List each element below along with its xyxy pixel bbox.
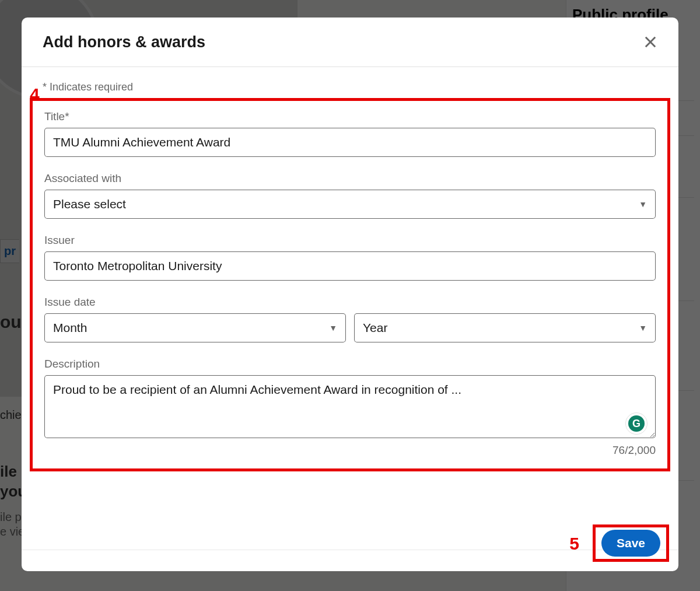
issuer-label: Issuer bbox=[44, 234, 656, 247]
add-honors-modal: Add honors & awards 4 * Indicates requir… bbox=[22, 18, 678, 571]
modal-footer: 5 Save bbox=[22, 550, 678, 571]
issue-date-field-group: Issue date Month ▼ Year ▼ bbox=[44, 296, 656, 342]
year-value: Year bbox=[363, 321, 387, 335]
associated-field-group: Associated with Please select ▼ bbox=[44, 172, 656, 219]
associated-select[interactable]: Please select ▼ bbox=[44, 190, 656, 219]
close-icon bbox=[642, 34, 659, 50]
grammarly-logo: G bbox=[628, 415, 645, 432]
chevron-down-icon: ▼ bbox=[329, 323, 337, 333]
required-indicator: * Indicates required bbox=[43, 81, 657, 93]
title-field-group: Title* bbox=[44, 110, 656, 157]
character-counter: 76/2,000 bbox=[44, 444, 656, 457]
description-textarea[interactable] bbox=[44, 375, 656, 438]
textarea-wrapper: G bbox=[44, 375, 656, 440]
chevron-down-icon: ▼ bbox=[639, 200, 647, 209]
issuer-field-group: Issuer bbox=[44, 234, 656, 281]
modal-title: Add honors & awards bbox=[43, 33, 205, 51]
close-button[interactable] bbox=[638, 29, 663, 55]
description-label: Description bbox=[44, 358, 656, 370]
annotation-outline-4: Title* Associated with Please select ▼ I… bbox=[30, 98, 670, 471]
description-field-group: Description G 76/2,000 bbox=[44, 358, 656, 457]
issue-date-label: Issue date bbox=[44, 296, 656, 309]
chevron-down-icon: ▼ bbox=[639, 323, 647, 333]
title-input[interactable] bbox=[44, 128, 656, 157]
date-row: Month ▼ Year ▼ bbox=[44, 313, 656, 342]
annotation-step-4: 4 bbox=[30, 85, 40, 104]
grammarly-icon[interactable]: G bbox=[625, 412, 648, 435]
month-select[interactable]: Month ▼ bbox=[44, 313, 346, 342]
year-select[interactable]: Year ▼ bbox=[354, 313, 656, 342]
annotation-outline-5: Save bbox=[593, 524, 669, 562]
associated-value: Please select bbox=[53, 197, 126, 211]
title-label: Title* bbox=[44, 110, 656, 123]
issuer-input[interactable] bbox=[44, 251, 656, 281]
modal-body: 4 * Indicates required Title* Associated… bbox=[22, 67, 678, 550]
annotation-step-5: 5 bbox=[569, 534, 579, 554]
associated-label: Associated with bbox=[44, 172, 656, 185]
modal-header: Add honors & awards bbox=[22, 18, 678, 67]
month-value: Month bbox=[53, 321, 87, 335]
save-button[interactable]: Save bbox=[601, 530, 660, 557]
